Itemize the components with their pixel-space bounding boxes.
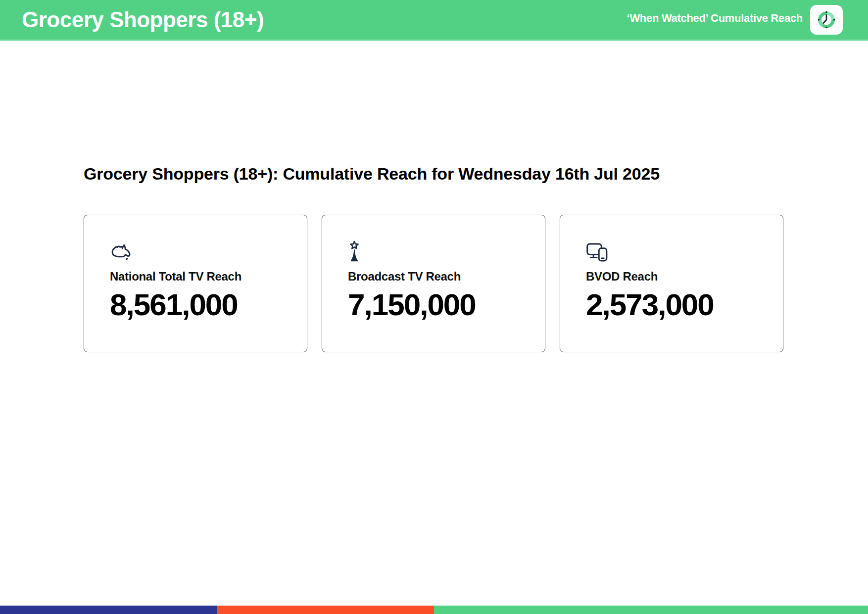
card-label: Broadcast TV Reach [348, 270, 545, 283]
footer-color-bar [0, 606, 868, 614]
clock-icon [817, 10, 836, 30]
card-value: 8,561,000 [110, 287, 307, 322]
broadcast-tower-icon [348, 241, 545, 263]
card-label: BVOD Reach [586, 270, 783, 283]
card-value: 2,573,000 [586, 287, 783, 322]
app-header: Grocery Shoppers (18+) ‘When Watched’ Cu… [0, 0, 868, 41]
footer-bar-blue-segment [0, 606, 217, 614]
kpi-card-broadcast-tv-reach: Broadcast TV Reach 7,150,000 [322, 215, 545, 352]
card-value: 7,150,000 [348, 287, 545, 322]
main-content: Grocery Shoppers (18+): Cumulative Reach… [0, 0, 868, 352]
dashboard-page: Grocery Shoppers (18+) ‘When Watched’ Cu… [0, 0, 868, 614]
kpi-card-bvod-reach: BVOD Reach 2,573,000 [560, 215, 783, 352]
kpi-card-national-total-tv-reach: National Total TV Reach 8,561,000 [84, 215, 307, 352]
app-title: Grocery Shoppers (18+) [22, 7, 264, 32]
header-right: ‘When Watched’ Cumulative Reach [627, 0, 843, 40]
kpi-cards: National Total TV Reach 8,561,000 Broadc… [84, 215, 868, 352]
card-label: National Total TV Reach [110, 270, 307, 283]
header-subtitle: ‘When Watched’ Cumulative Reach [627, 12, 803, 25]
tv-and-phone-icon [586, 241, 783, 263]
footer-bar-orange-segment [217, 606, 434, 614]
footer-bar-green-segment [434, 606, 868, 614]
clock-logo [810, 5, 843, 35]
australia-map-icon [110, 241, 307, 263]
